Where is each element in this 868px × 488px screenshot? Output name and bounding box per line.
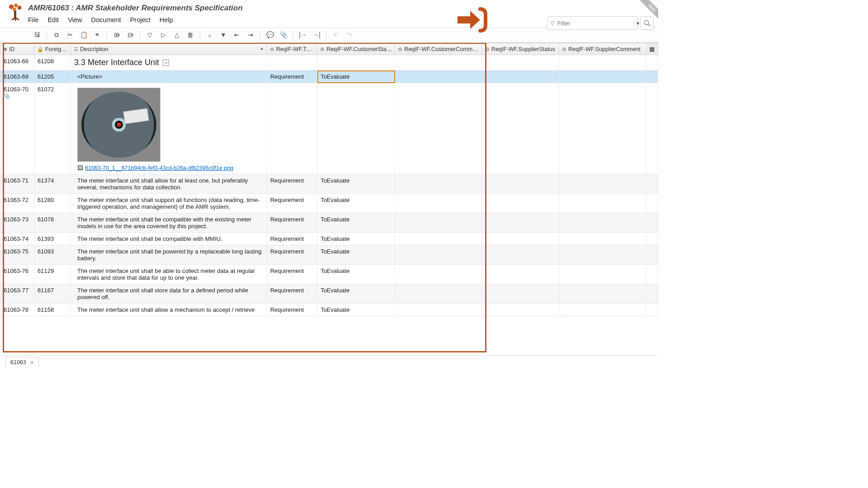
- cell-id[interactable]: 61063-75: [0, 245, 34, 265]
- save-button[interactable]: 🖫: [31, 29, 43, 41]
- table-row[interactable]: 61063-7361078The meter interface unit sh…: [0, 213, 658, 233]
- cell-description[interactable]: 3.3 Meter Interface Unit−: [71, 55, 267, 70]
- cell-type[interactable]: Requirement: [267, 174, 317, 194]
- menu-document[interactable]: Document: [91, 16, 121, 23]
- cell-type[interactable]: [267, 83, 317, 174]
- cell-foreignid[interactable]: 61208: [34, 55, 71, 70]
- table-row[interactable]: 61063-70📎61072🖼61063-70_1__671b94cb-fef3…: [0, 83, 658, 174]
- cell-foreignid[interactable]: 61167: [34, 284, 71, 304]
- cell-id[interactable]: 61063-73: [0, 213, 34, 233]
- cell-description[interactable]: The meter interface unit shall allow a m…: [71, 304, 267, 316]
- cell-foreignid[interactable]: 61158: [34, 304, 71, 316]
- col-supplierstatus[interactable]: ⚙ReqIF-WF.SupplierStatus: [482, 43, 559, 55]
- table-row[interactable]: 61063-7461393The meter interface unit sh…: [0, 233, 658, 245]
- cell-description[interactable]: <Picture>: [71, 70, 267, 83]
- cell-type[interactable]: Requirement: [267, 70, 317, 83]
- cell-id[interactable]: 61063-78: [0, 304, 34, 316]
- table-row[interactable]: 61063-6961205<Picture>RequirementToEvalu…: [0, 70, 658, 83]
- cell-foreignid[interactable]: 61280: [34, 194, 71, 213]
- attach-button[interactable]: 📎: [277, 29, 290, 41]
- table-row[interactable]: 61063-7261280The meter interface unit sh…: [0, 194, 658, 213]
- cell-description[interactable]: The meter interface unit shall store dat…: [71, 284, 267, 304]
- cell-customerstatus[interactable]: ToEvaluate: [317, 304, 395, 316]
- cell-customerstatus[interactable]: ToEvaluate: [317, 213, 395, 233]
- cell-type[interactable]: [267, 55, 317, 70]
- cell-foreignid[interactable]: 61374: [34, 174, 71, 194]
- col-type[interactable]: ⚙ReqIF-WF.Type: [267, 43, 317, 55]
- cell-suppliercomment[interactable]: [559, 83, 646, 174]
- cell-foreignid[interactable]: 61205: [34, 70, 71, 83]
- table-row[interactable]: 61063-7861158The meter interface unit sh…: [0, 304, 658, 316]
- cell-customercomment[interactable]: [395, 213, 482, 233]
- cell-foreignid[interactable]: 61129: [34, 265, 71, 284]
- cell-customercomment[interactable]: [395, 284, 482, 304]
- cell-supplierstatus[interactable]: [482, 284, 559, 304]
- cell-type[interactable]: Requirement: [267, 304, 317, 316]
- indent-button[interactable]: ⇥: [244, 29, 257, 41]
- cell-description[interactable]: The meter interface unit shall be compat…: [71, 213, 267, 233]
- requirements-table[interactable]: ✱ID 🔒ForeignID ☰Description▲ ⚙ReqIF-WF.T…: [0, 43, 658, 316]
- attachment-link[interactable]: 61063-70_1__671b94cb-fef3-43cd-b26a-dfb2…: [85, 165, 233, 171]
- cell-customercomment[interactable]: [395, 83, 482, 174]
- cell-customercomment[interactable]: [395, 304, 482, 316]
- cell-suppliercomment[interactable]: [559, 55, 646, 70]
- document-tab[interactable]: 61063 ✕: [5, 357, 39, 367]
- move-down-button[interactable]: ▼: [217, 29, 230, 41]
- cell-id[interactable]: 61063-71: [0, 174, 34, 194]
- import-button[interactable]: →|: [310, 29, 323, 41]
- remove-button[interactable]: ⊟▾: [124, 29, 137, 41]
- cell-suppliercomment[interactable]: [559, 304, 646, 316]
- outdent-button[interactable]: ⇤: [231, 29, 243, 41]
- mark-up-button[interactable]: △: [170, 29, 183, 41]
- close-icon[interactable]: ✕: [30, 360, 34, 366]
- cell-supplierstatus[interactable]: [482, 245, 559, 265]
- cell-foreignid[interactable]: 61093: [34, 245, 71, 265]
- cell-type[interactable]: Requirement: [267, 284, 317, 304]
- cell-description[interactable]: The meter interface unit shall allow for…: [71, 174, 267, 194]
- cell-id[interactable]: 61063-72: [0, 194, 34, 213]
- cell-type[interactable]: Requirement: [267, 233, 317, 245]
- cell-customercomment[interactable]: [395, 245, 482, 265]
- cell-suppliercomment[interactable]: [559, 70, 646, 83]
- cell-customercomment[interactable]: [395, 265, 482, 284]
- cell-id[interactable]: 61063-69: [0, 70, 34, 83]
- cell-type[interactable]: Requirement: [267, 213, 317, 233]
- cell-suppliercomment[interactable]: [559, 213, 646, 233]
- cell-id[interactable]: 61063-70📎: [0, 83, 34, 174]
- add-button[interactable]: ⊞▾: [110, 29, 123, 41]
- cell-supplierstatus[interactable]: [482, 304, 559, 316]
- cell-customerstatus[interactable]: ToEvaluate: [317, 70, 395, 83]
- cell-id[interactable]: 61063-74: [0, 233, 34, 245]
- cell-suppliercomment[interactable]: [559, 284, 646, 304]
- cell-customercomment[interactable]: [395, 233, 482, 245]
- copy-button[interactable]: ⧉: [50, 29, 63, 41]
- cell-description[interactable]: The meter interface unit shall support a…: [71, 194, 267, 213]
- cell-suppliercomment[interactable]: [559, 194, 646, 213]
- col-suppliercomment[interactable]: ⚙ReqIF-WF.SupplierComment: [559, 43, 646, 55]
- cell-customercomment[interactable]: [395, 174, 482, 194]
- cell-id[interactable]: 61063-76: [0, 265, 34, 284]
- cell-suppliercomment[interactable]: [559, 233, 646, 245]
- cell-customerstatus[interactable]: [317, 55, 395, 70]
- cell-supplierstatus[interactable]: [482, 233, 559, 245]
- cell-type[interactable]: Requirement: [267, 194, 317, 213]
- cell-suppliercomment[interactable]: [559, 265, 646, 284]
- cell-customerstatus[interactable]: ToEvaluate: [317, 194, 395, 213]
- cell-supplierstatus[interactable]: [482, 55, 559, 70]
- menu-view[interactable]: View: [68, 16, 82, 23]
- cell-suppliercomment[interactable]: [559, 174, 646, 194]
- cell-description[interactable]: The meter interface unit shall be able t…: [71, 265, 267, 284]
- cell-type[interactable]: Requirement: [267, 265, 317, 284]
- cell-customerstatus[interactable]: ToEvaluate: [317, 233, 395, 245]
- cell-customerstatus[interactable]: ToEvaluate: [317, 284, 395, 304]
- cell-supplierstatus[interactable]: [482, 265, 559, 284]
- cell-customerstatus[interactable]: ToEvaluate: [317, 245, 395, 265]
- collapse-icon[interactable]: −: [163, 60, 169, 66]
- cell-customerstatus[interactable]: ToEvaluate: [317, 174, 395, 194]
- table-row[interactable]: 61063-7561093The meter interface unit sh…: [0, 245, 658, 265]
- cell-description[interactable]: The meter interface unit shall be powere…: [71, 245, 267, 265]
- cell-description[interactable]: The meter interface unit shall be compat…: [71, 233, 267, 245]
- export-button[interactable]: |→: [297, 29, 309, 41]
- cell-id[interactable]: 61063-77: [0, 284, 34, 304]
- cell-supplierstatus[interactable]: [482, 70, 559, 83]
